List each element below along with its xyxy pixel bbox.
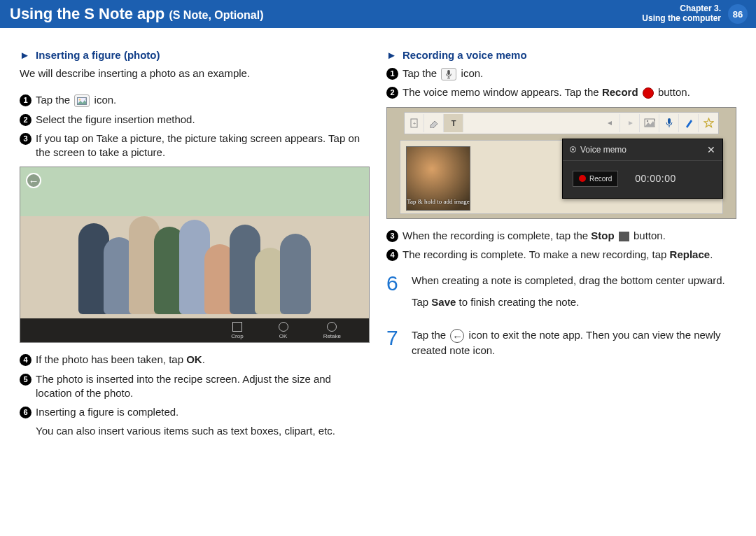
svg-text:+: + xyxy=(412,120,416,127)
toolbar-eraser-icon[interactable] xyxy=(424,114,444,132)
step-text: Tap the + icon. xyxy=(36,93,370,107)
right-column: ► Recording a voice memo 1 Tap the icon.… xyxy=(386,49,736,439)
svg-marker-8 xyxy=(430,121,438,128)
svg-rect-3 xyxy=(448,70,451,75)
step-number: 4 xyxy=(20,354,31,366)
step-1: 1 Tap the + icon. xyxy=(20,93,370,107)
intro-text: We will describe inserting a photo as an… xyxy=(20,66,370,80)
vm-step-4: 4 The recording is complete. To make a n… xyxy=(386,248,736,262)
voice-memo-popup: Voice memo ✕ Record 00:00:00 xyxy=(562,139,723,199)
thumb-caption: Tap & hold to add image xyxy=(407,199,470,210)
svg-text:T: T xyxy=(451,119,456,127)
toolbar-pen-icon[interactable] xyxy=(679,114,699,132)
big-step-number: 7 xyxy=(386,327,403,365)
retake-button[interactable]: Retake xyxy=(323,322,341,339)
image-placeholder[interactable]: Tap & hold to add image xyxy=(406,146,470,211)
page-number: 86 xyxy=(728,4,748,24)
step-number: 1 xyxy=(20,94,31,106)
step-number: 2 xyxy=(386,87,398,99)
step-text: When the recording is complete, tap the … xyxy=(402,229,736,243)
step-number: 3 xyxy=(20,133,31,145)
step-2: 2 Select the figure insertion method. xyxy=(20,113,370,127)
stop-icon xyxy=(619,232,629,241)
big7-p1: Tap the ← icon to exit the note app. The… xyxy=(412,327,736,358)
step-text: The recording is complete. To make a new… xyxy=(402,248,736,262)
svg-point-11 xyxy=(646,120,648,122)
big-step-content: When creating a note is completed, drag … xyxy=(412,273,736,316)
recording-time: 00:00:00 xyxy=(635,173,676,184)
svg-point-1 xyxy=(79,99,80,100)
step-text: If the photo has been taken, tap OK. xyxy=(36,353,370,367)
step-text: Tap the icon. xyxy=(402,66,736,80)
ok-button[interactable]: OK xyxy=(279,322,288,339)
step-3: 3 If you tap on Take a picture, the pict… xyxy=(20,132,370,160)
step-number: 4 xyxy=(386,249,398,261)
step-number: 1 xyxy=(386,68,398,80)
step-5: 5 The photo is inserted into the recipe … xyxy=(20,372,370,401)
arrow-icon: ► xyxy=(386,49,397,61)
people-illustration xyxy=(41,195,348,314)
big-step-7: 7 Tap the ← icon to exit the note app. T… xyxy=(386,327,736,365)
svg-text:+: + xyxy=(654,118,655,122)
step-text: Select the figure insertion method. xyxy=(36,113,370,127)
step-number: 2 xyxy=(20,114,31,126)
toolbar-redo-icon[interactable] xyxy=(620,114,640,132)
big-step-6: 6 When creating a note is completed, dra… xyxy=(386,273,736,316)
record-icon xyxy=(643,87,654,99)
toolbar-add-page-icon[interactable]: + xyxy=(405,114,424,132)
big-step-content: Tap the ← icon to exit the note app. The… xyxy=(412,327,736,365)
photo-bottom-bar: Crop OK Retake xyxy=(20,318,369,342)
header-bar: Using the S Note app (S Note, Optional) … xyxy=(0,0,756,28)
title-main: Using the S Note app xyxy=(10,5,164,22)
section-heading-voice-memo: ► Recording a voice memo xyxy=(386,49,736,61)
step-text: The photo is inserted into the recipe sc… xyxy=(36,372,370,401)
footnote-text: You can also insert various items such a… xyxy=(36,424,370,438)
record-label: Record xyxy=(589,175,612,183)
header-meta: Chapter 3. Using the computer 86 xyxy=(642,4,748,24)
toolbar-text-icon[interactable]: T xyxy=(444,114,463,132)
toolbar-undo-icon[interactable] xyxy=(601,114,620,132)
svg-rect-13 xyxy=(668,118,671,124)
step-number: 5 xyxy=(20,374,31,386)
step-number: 6 xyxy=(20,407,31,418)
voice-memo-title: Voice memo xyxy=(580,145,626,155)
vm-step-2: 2 The voice memo window appears. Tap the… xyxy=(386,85,736,99)
arrow-icon: ► xyxy=(20,49,30,61)
left-column: ► Inserting a figure (photo) We will des… xyxy=(20,49,370,439)
step-6: 6 Inserting a figure is completed. xyxy=(20,405,370,419)
back-arrow-icon: ← xyxy=(450,329,464,343)
vm-step-1: 1 Tap the icon. xyxy=(386,66,736,80)
crop-button[interactable]: Crop xyxy=(231,322,243,339)
title-sub: (S Note, Optional) xyxy=(169,9,263,21)
back-icon: ← xyxy=(26,173,41,188)
big6-p2: Tap Save to finish creating the note. xyxy=(412,295,736,309)
chapter-line2: Using the computer xyxy=(642,14,721,24)
step-text: If you tap on Take a picture, the pictur… xyxy=(36,132,370,160)
section-title-text: Recording a voice memo xyxy=(402,49,527,61)
page-title: Using the S Note app (S Note, Optional) xyxy=(10,5,263,23)
close-icon[interactable]: ✕ xyxy=(707,144,715,155)
vm-step-3: 3 When the recording is complete, tap th… xyxy=(386,229,736,243)
toolbar-mic-icon[interactable] xyxy=(659,114,679,132)
record-dot-icon xyxy=(579,175,586,182)
record-button[interactable]: Record xyxy=(573,171,618,187)
screenshot-take-picture: ← Crop OK Retake xyxy=(20,167,370,343)
chapter-info: Chapter 3. Using the computer xyxy=(642,4,721,24)
snote-toolbar: + T + xyxy=(404,112,719,134)
toolbar-star-icon[interactable] xyxy=(699,114,718,132)
step-number: 3 xyxy=(386,230,398,242)
section-title-text: Inserting a figure (photo) xyxy=(36,49,160,61)
step-text: Inserting a figure is completed. xyxy=(36,405,370,419)
toolbar-photo-icon[interactable]: + xyxy=(640,114,659,132)
svg-text:+: + xyxy=(85,97,87,101)
step-text: The voice memo window appears. Tap the R… xyxy=(402,85,736,99)
screenshot-voice-memo: + T + Tap & hold to add image xyxy=(386,107,736,219)
big-step-number: 6 xyxy=(386,273,403,316)
section-heading-inserting-figure: ► Inserting a figure (photo) xyxy=(20,49,370,61)
chapter-line1: Chapter 3. xyxy=(642,4,721,14)
big6-p1: When creating a note is completed, drag … xyxy=(412,273,736,288)
microphone-icon xyxy=(441,68,456,80)
photo-icon: + xyxy=(74,94,90,107)
step-4: 4 If the photo has been taken, tap OK. xyxy=(20,353,370,367)
voice-memo-indicator-icon xyxy=(570,146,576,153)
